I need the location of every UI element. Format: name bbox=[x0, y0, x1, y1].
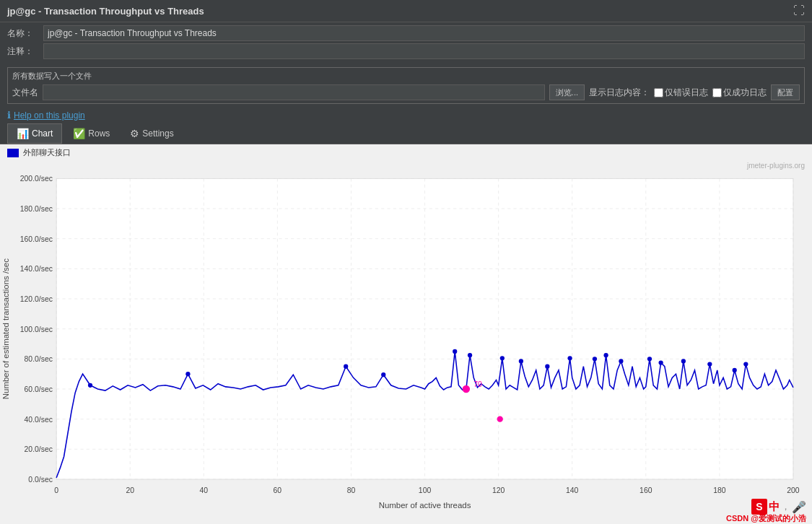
svg-text:40: 40 bbox=[200, 486, 209, 494]
settings-tab-label: Settings bbox=[142, 128, 173, 139]
rows-tab-icon: ✅ bbox=[73, 128, 85, 139]
punctuation: ， bbox=[781, 500, 790, 513]
svg-text:180: 180 bbox=[713, 486, 726, 494]
comment-input[interactable] bbox=[43, 43, 805, 59]
svg-text:60: 60 bbox=[274, 486, 282, 494]
data-point bbox=[619, 359, 623, 363]
data-point bbox=[659, 360, 663, 364]
settings-tab-icon: ⚙ bbox=[130, 128, 139, 139]
data-point bbox=[707, 362, 712, 367]
data-point bbox=[468, 353, 472, 357]
tab-settings[interactable]: ⚙ Settings bbox=[121, 123, 183, 144]
help-row: ℹ Help on this plugin bbox=[0, 107, 812, 123]
svg-text:20: 20 bbox=[126, 486, 134, 494]
svg-text:Number of active threads: Number of active threads bbox=[379, 501, 471, 510]
svg-text:Number of estimated transactio: Number of estimated transactions /sec bbox=[1, 258, 10, 399]
watermark: jmeter-plugins.org bbox=[747, 162, 805, 170]
help-link[interactable]: Help on this plugin bbox=[14, 110, 85, 121]
svg-text:200.0/sec: 200.0/sec bbox=[20, 175, 53, 183]
highlight-point bbox=[463, 385, 470, 393]
browse-button[interactable]: 浏览... bbox=[549, 84, 585, 100]
data-point bbox=[743, 362, 748, 367]
form-area: 名称： 注释： bbox=[0, 22, 812, 64]
svg-text:160.0/sec: 160.0/sec bbox=[20, 235, 53, 243]
svg-text:120.0/sec: 120.0/sec bbox=[20, 295, 53, 303]
data-point bbox=[647, 357, 652, 361]
expand-icon[interactable]: ⛶ bbox=[793, 4, 805, 17]
s-logo: S bbox=[751, 499, 767, 515]
log-label: 显示日志内容： bbox=[589, 87, 650, 99]
data-point bbox=[500, 356, 505, 360]
svg-text:180.0/sec: 180.0/sec bbox=[20, 205, 53, 213]
svg-text:80: 80 bbox=[347, 486, 356, 494]
data-point bbox=[567, 356, 572, 360]
svg-text:140: 140 bbox=[566, 486, 579, 494]
svg-text:60.0/sec: 60.0/sec bbox=[25, 385, 53, 393]
svg-text:0: 0 bbox=[54, 486, 58, 494]
tab-rows[interactable]: ✅ Rows bbox=[64, 123, 119, 144]
file-input[interactable] bbox=[43, 84, 545, 100]
title-bar: jp@gc - Transaction Throughput vs Thread… bbox=[0, 0, 812, 22]
cn-text: 中 bbox=[769, 500, 780, 514]
data-point bbox=[733, 368, 737, 372]
svg-text:140.0/sec: 140.0/sec bbox=[20, 266, 53, 274]
data-point bbox=[545, 364, 549, 369]
highlight-label: 70 bbox=[473, 380, 482, 388]
legend-label: 外部聊天接口 bbox=[23, 147, 71, 158]
info-icon: ℹ bbox=[7, 110, 11, 121]
rows-tab-label: Rows bbox=[88, 128, 110, 139]
svg-text:80.0/sec: 80.0/sec bbox=[25, 356, 53, 364]
data-point bbox=[519, 359, 523, 363]
svg-text:0.0/sec: 0.0/sec bbox=[28, 476, 53, 484]
mic-icon: 🎤 bbox=[792, 500, 806, 514]
svg-text:20.0/sec: 20.0/sec bbox=[25, 446, 53, 454]
chart-svg: 200.0/sec 180.0/sec 160.0/sec 140.0/sec … bbox=[0, 160, 812, 524]
file-section-title: 所有数据写入一个文件 bbox=[12, 71, 800, 82]
chart-tab-icon: 📊 bbox=[17, 128, 29, 139]
data-point bbox=[381, 372, 385, 377]
file-row: 文件名 浏览... 显示日志内容： 仅错误日志 仅成功日志 配置 bbox=[12, 84, 800, 100]
data-point bbox=[681, 359, 686, 363]
highlight-point-2 bbox=[497, 416, 503, 422]
comment-label: 注释： bbox=[7, 45, 43, 58]
file-label: 文件名 bbox=[12, 87, 38, 99]
svg-text:40.0/sec: 40.0/sec bbox=[25, 416, 53, 424]
svg-text:100.0/sec: 100.0/sec bbox=[20, 326, 53, 333]
config-button[interactable]: 配置 bbox=[771, 84, 800, 100]
legend-color-box bbox=[7, 149, 19, 157]
svg-text:100: 100 bbox=[419, 486, 432, 494]
chart-area: 外部聊天接口 jmeter-plugins.org 2 bbox=[0, 144, 812, 524]
data-point bbox=[453, 349, 457, 354]
tab-chart[interactable]: 📊 Chart bbox=[7, 123, 62, 144]
chart-legend: 外部聊天接口 bbox=[0, 144, 812, 161]
tabs-bar: 📊 Chart ✅ Rows ⚙ Settings bbox=[0, 123, 812, 144]
data-point bbox=[344, 364, 348, 369]
bottom-watermark-area: S 中 ， 🎤 bbox=[751, 499, 806, 515]
success-log-label[interactable]: 仅成功日志 bbox=[712, 87, 767, 99]
window-title: jp@gc - Transaction Throughput vs Thread… bbox=[7, 6, 204, 17]
data-point bbox=[593, 357, 597, 361]
data-point bbox=[185, 372, 190, 376]
success-log-checkbox[interactable] bbox=[712, 88, 722, 97]
data-point bbox=[88, 383, 92, 388]
file-section: 所有数据写入一个文件 文件名 浏览... 显示日志内容： 仅错误日志 仅成功日志… bbox=[7, 67, 805, 104]
name-input[interactable] bbox=[43, 25, 805, 41]
svg-text:120: 120 bbox=[492, 486, 505, 494]
chart-tab-label: Chart bbox=[32, 128, 53, 139]
svg-text:160: 160 bbox=[639, 486, 652, 494]
name-label: 名称： bbox=[7, 27, 43, 40]
data-point bbox=[603, 353, 608, 357]
svg-text:200: 200 bbox=[787, 486, 800, 494]
name-row: 名称： bbox=[7, 25, 805, 41]
error-log-checkbox[interactable] bbox=[654, 88, 663, 97]
error-log-label[interactable]: 仅错误日志 bbox=[654, 87, 708, 99]
csdn-watermark: CSDN @爱测试的小浩 bbox=[726, 513, 806, 524]
comment-row: 注释： bbox=[7, 43, 805, 59]
